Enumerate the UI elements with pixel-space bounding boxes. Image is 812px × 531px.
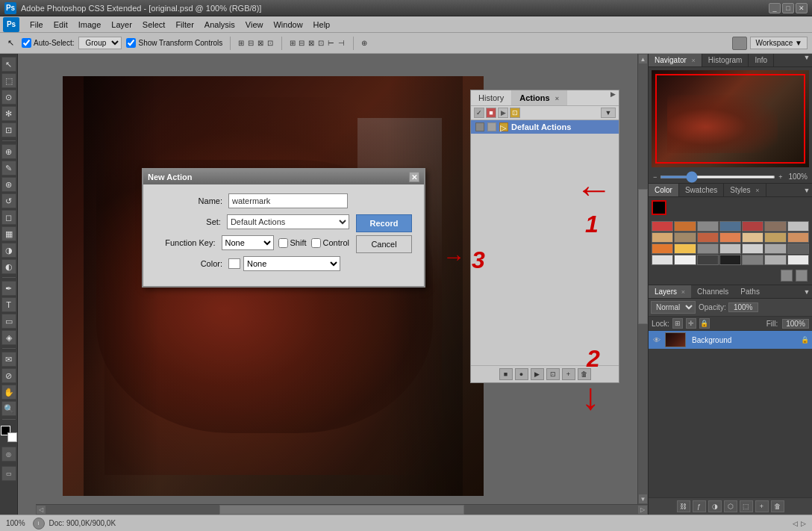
navigator-close-icon[interactable]: × — [692, 57, 696, 64]
stamp-tool[interactable]: ⊛ — [1, 177, 16, 192]
blend-mode-select[interactable]: Normal Multiply Screen — [651, 301, 696, 314]
foreground-background-colors[interactable] — [1, 426, 17, 442]
menu-file[interactable]: File — [25, 19, 48, 31]
swatch-4[interactable] — [719, 221, 741, 232]
dialog-fkey-select[interactable]: None F1F2F3 — [222, 235, 274, 250]
3d-tool[interactable]: ◈ — [1, 330, 16, 345]
lock-position-icon[interactable]: ⊞ — [672, 318, 683, 329]
swatch-20[interactable] — [764, 243, 786, 254]
styles-close-icon[interactable]: × — [755, 187, 759, 194]
tab-actions[interactable]: Actions × — [512, 90, 567, 105]
restore-button[interactable]: □ — [782, 3, 794, 13]
swatch-13[interactable] — [764, 232, 786, 243]
nav-panel-menu-icon[interactable]: ▼ — [802, 54, 812, 61]
dialog-close-button[interactable]: ✕ — [409, 172, 419, 182]
opacity-input[interactable] — [728, 302, 758, 312]
swatch-8[interactable] — [652, 232, 673, 243]
menu-image[interactable]: Image — [74, 19, 106, 31]
move-tool[interactable]: ↖ — [1, 57, 16, 72]
statusbar-arrow-left[interactable]: ◁ — [793, 520, 798, 527]
menu-select[interactable]: Select — [138, 19, 170, 31]
quick-mask-btn[interactable]: ◎ — [1, 447, 16, 462]
background-color[interactable] — [7, 432, 17, 442]
swatch-16[interactable] — [674, 243, 696, 254]
swatch-12[interactable] — [742, 232, 763, 243]
menu-view[interactable]: View — [241, 19, 268, 31]
tab-navigator[interactable]: Navigator × — [649, 54, 702, 66]
history-brush[interactable]: ↺ — [1, 193, 16, 208]
swatch-26[interactable] — [742, 255, 763, 265]
dialog-set-select[interactable]: Default Actions — [227, 214, 349, 229]
crop-tool[interactable]: ⊡ — [1, 122, 16, 137]
zoom-slider[interactable] — [660, 176, 775, 178]
actions-panel-menu-icon[interactable]: ▶ — [608, 90, 619, 105]
swatch-2[interactable] — [674, 221, 696, 232]
swatch-10[interactable] — [697, 232, 719, 243]
tab-styles[interactable]: Styles × — [724, 184, 766, 196]
tab-channels[interactable]: Channels — [691, 285, 734, 298]
cancel-button[interactable]: Cancel — [356, 235, 412, 253]
tab-histogram[interactable]: Histogram — [702, 54, 749, 66]
action-toggle-checkmark[interactable]: ✓ — [474, 108, 484, 118]
swatch-25[interactable] — [719, 255, 741, 265]
layer-visibility-icon[interactable]: 👁 — [652, 335, 662, 345]
annotation-tool[interactable]: ✉ — [1, 352, 16, 367]
fill-input[interactable] — [782, 319, 809, 329]
hand-tool[interactable]: ✋ — [1, 385, 16, 400]
dialog-color-dropdown[interactable]: None RedOrangeYellow — [243, 256, 340, 271]
workspace-button[interactable]: Workspace ▼ — [750, 37, 808, 49]
swatch-23[interactable] — [674, 255, 696, 265]
swatch-11[interactable] — [719, 232, 741, 243]
auto-select-checkbox[interactable]: Auto-Select: — [22, 38, 74, 48]
action-delete-button[interactable]: 🗑 — [578, 368, 591, 380]
layer-link-button[interactable]: ⛓ — [677, 500, 690, 512]
dodge-tool[interactable]: ◐ — [1, 259, 16, 274]
dialog-name-input[interactable] — [228, 193, 348, 208]
layer-mask-button[interactable]: ◑ — [708, 500, 722, 512]
marquee-tool[interactable]: ⬚ — [1, 73, 16, 88]
tab-swatches[interactable]: Swatches — [679, 184, 724, 196]
action-play-button[interactable]: ▶ — [531, 368, 544, 380]
action-new-set-button[interactable]: ⊡ — [546, 368, 560, 380]
blur-tool[interactable]: ◑ — [1, 243, 16, 258]
actions-tab-close-icon[interactable]: × — [555, 95, 559, 102]
layers-panel-menu-icon[interactable]: ▼ — [802, 285, 812, 298]
gradient-tool[interactable]: ▦ — [1, 226, 16, 241]
swatch-14[interactable] — [787, 232, 809, 243]
layer-new-button[interactable]: + — [755, 500, 769, 512]
swatch-22[interactable] — [652, 255, 673, 265]
swatch-9[interactable] — [674, 232, 696, 243]
menu-window[interactable]: Window — [269, 19, 307, 31]
swatch-17[interactable] — [697, 243, 719, 254]
tab-paths[interactable]: Paths — [734, 285, 766, 298]
menu-edit[interactable]: Edit — [49, 19, 72, 31]
brush-tool[interactable]: ✎ — [1, 161, 16, 176]
swatch-3[interactable] — [697, 221, 719, 232]
lock-all-icon[interactable]: 🔒 — [699, 318, 710, 329]
swatch-delete-icon[interactable] — [796, 270, 808, 282]
zoom-out-icon[interactable]: − — [653, 173, 657, 181]
lasso-tool[interactable]: ⊙ — [1, 90, 16, 105]
swatch-6[interactable] — [764, 221, 786, 232]
layer-delete-button[interactable]: 🗑 — [771, 500, 784, 512]
quick-select-tool[interactable]: ✻ — [1, 106, 16, 121]
tab-history[interactable]: History — [471, 90, 512, 105]
layers-close-icon[interactable]: × — [681, 288, 685, 296]
zoom-tool[interactable]: 🔍 — [1, 401, 16, 416]
tab-info[interactable]: Info — [749, 54, 774, 66]
swatch-new-icon[interactable] — [781, 270, 793, 282]
foreground-color-swatch[interactable] — [652, 200, 666, 215]
action-more-icon[interactable]: ▼ — [601, 108, 616, 118]
tab-layers[interactable]: Layers × — [649, 285, 691, 298]
text-tool[interactable]: T — [1, 297, 16, 312]
table-row[interactable]: 👁 Background 🔒 — [649, 331, 812, 349]
canvas-hscroll[interactable]: ◁ ▷ — [36, 504, 648, 515]
menu-filter[interactable]: Filter — [171, 19, 198, 31]
dialog-shift-check[interactable]: Shift — [278, 238, 307, 248]
action-record-button[interactable]: ● — [515, 368, 528, 380]
swatch-19[interactable] — [742, 243, 763, 254]
swatch-28[interactable] — [787, 255, 809, 265]
action-stop-button[interactable]: ■ — [499, 368, 513, 380]
eraser-tool[interactable]: ◻ — [1, 210, 16, 225]
swatch-18[interactable] — [719, 243, 741, 254]
